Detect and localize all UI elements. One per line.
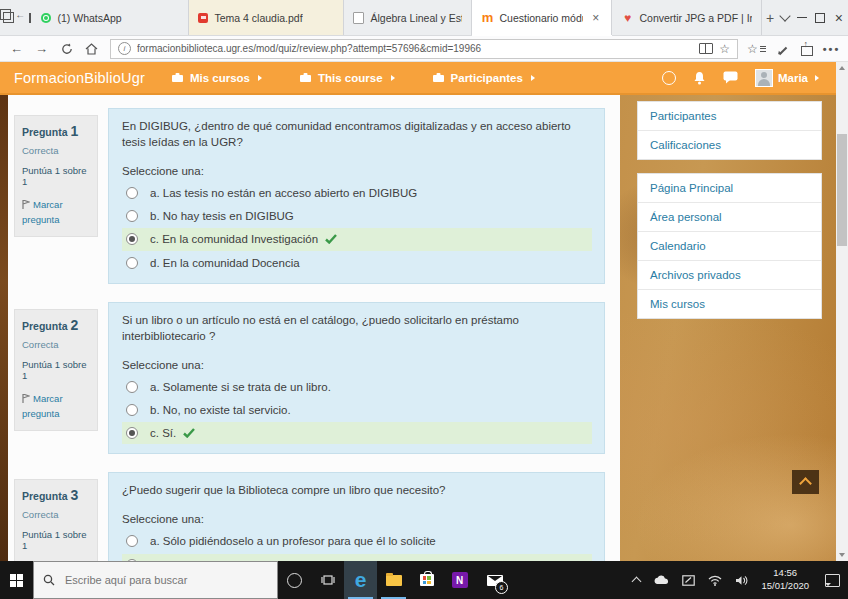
hidden-icons-chevron[interactable] [632,577,642,587]
answer-option[interactable]: c. Sí. [122,422,592,444]
close-button[interactable]: × [830,0,848,35]
answer-prompt: Seleccione una: [122,163,592,179]
moodle-navbar: FormacionBiblioUgr Mis cursos This cours… [0,62,836,95]
tab-close-icon[interactable]: × [589,11,602,25]
flag-question-link[interactable]: Marcar pregunta [22,197,90,227]
answer-option[interactable]: a. Las tesis no están en acceso abierto … [122,182,592,204]
sidebar-link[interactable]: Calificaciones [638,130,821,159]
site-info-icon[interactable]: i [118,42,131,55]
browser-tab[interactable]: (1) WhatsApp × [32,0,189,35]
tab-dropdown-button[interactable] [778,0,793,35]
volume-icon[interactable] [735,575,748,586]
flag-question-link[interactable]: Marcar pregunta [22,391,90,421]
navbar-menu-item[interactable]: This course [299,72,398,84]
new-tab-button[interactable]: + [762,0,777,35]
minimize-button[interactable] [793,0,811,35]
taskbar-search-box[interactable] [33,561,278,599]
user-avatar [755,69,773,87]
sidebar-link[interactable]: Área personal [638,202,821,231]
home-icon[interactable] [79,43,104,55]
sidebar-link[interactable]: Mis cursos [638,289,821,318]
sidebar-link-label: Archivos privados [650,269,741,281]
navbar-menu: Mis cursos This course Participantes [171,72,572,84]
answer-option[interactable]: a. Solamente si se trata de un libro. [122,376,592,398]
action-center-icon[interactable] [825,574,840,587]
browser-scrollbar[interactable] [836,62,848,561]
radio-button[interactable] [126,535,138,547]
radio-button[interactable] [126,233,138,245]
scrollbar-thumb[interactable] [837,134,847,246]
sidebar-link[interactable]: Página Principal [638,174,821,202]
sidebar-link[interactable]: Archivos privados [638,260,821,289]
radio-button[interactable] [126,187,138,199]
radio-button[interactable] [126,404,138,416]
radio-button[interactable] [126,210,138,222]
file-explorer-button[interactable] [377,561,410,599]
search-icon[interactable] [662,71,676,85]
navbar-menu-item[interactable]: Participantes [432,72,538,84]
tab-title: Convertir JPG a PDF | In [639,12,752,24]
navbar-menu-item[interactable]: Mis cursos [171,72,265,84]
sidebar-link[interactable]: Participantes [638,102,821,130]
onenote-button[interactable]: N [443,561,476,599]
url-text[interactable]: formacionbiblioteca.ugr.es/mod/quiz/revi… [137,43,693,54]
notifications-bell-icon[interactable] [693,71,706,85]
mail-button[interactable]: 6 [476,561,514,599]
annotate-pen-icon[interactable] [769,43,794,55]
chevron-right-icon [531,75,538,81]
radio-button[interactable] [126,427,138,439]
scroll-up-arrow[interactable] [836,62,848,74]
store-button[interactable] [410,561,443,599]
question-body: Si un libro o un artículo no está en el … [108,302,605,455]
tab-preview-icon[interactable] [0,0,16,35]
task-view-button[interactable] [311,561,344,599]
site-brand[interactable]: FormacionBiblioUgr [14,70,145,86]
taskbar-clock[interactable]: 14:56 15/01/2020 [761,567,809,593]
tab-icon [41,13,51,23]
hub-favorites-icon[interactable]: ☆ [744,43,769,55]
sidebar-link-label: Mis cursos [650,298,705,310]
restore-button[interactable] [811,0,829,35]
radio-button[interactable] [126,257,138,269]
address-bar[interactable]: i formacionbiblioteca.ugr.es/mod/quiz/re… [110,39,738,59]
favorite-star-icon[interactable]: ☆ [719,43,730,55]
sidebar-link[interactable]: Calendario [638,231,821,260]
answer-option[interactable]: b. Sí, a través del buzón de sugerencias… [122,554,592,562]
back-icon[interactable]: ← [4,41,29,56]
answer-option[interactable]: d. En la comunidad Docencia [122,252,592,274]
browser-tab[interactable]: Álgebra Lineal y Estruct × [344,0,472,35]
browser-tab[interactable]: Cuestionario módu × [472,0,612,35]
back-to-top-button[interactable] [792,470,819,494]
ink-workspace-icon[interactable] [682,575,695,586]
edge-taskbar-button[interactable]: e [344,561,377,599]
more-options-icon[interactable]: ••• [819,43,844,55]
refresh-icon[interactable] [54,43,79,55]
tab-title: (1) WhatsApp [57,12,121,24]
onedrive-cloud-icon[interactable] [653,575,669,585]
messages-icon[interactable] [723,71,738,84]
question-text: Si un libro o un artículo no está en el … [122,312,592,344]
browser-tab[interactable]: Tema 4 claudia.pdf × [189,0,344,35]
scroll-down-arrow[interactable] [836,549,848,561]
answer-option[interactable]: b. No hay tesis en DIGIBUG [122,205,592,227]
answer-option[interactable]: a. Sólo pidiéndoselo a un profesor para … [122,530,592,552]
navbar-right: Maria [662,69,822,87]
set-tabs-aside-icon[interactable] [16,0,32,35]
browser-tab[interactable]: Convertir JPG a PDF | In × [612,0,762,35]
answer-option[interactable]: c. En la comunidad Investigación [122,228,592,250]
search-input[interactable] [63,573,268,587]
wifi-icon[interactable] [708,575,722,586]
radio-button[interactable] [126,381,138,393]
menu-item-icon [299,72,312,83]
flag-icon [22,394,30,403]
share-icon[interactable] [794,42,819,56]
start-button[interactable] [0,561,33,599]
cortana-button[interactable] [278,561,311,599]
question-body: En DIGIBUG, ¿dentro de qué comunidad enc… [108,108,605,284]
forward-icon[interactable]: → [29,41,54,56]
answer-option[interactable]: b. No, no existe tal servicio. [122,399,592,421]
clock-date: 15/01/2020 [761,580,809,593]
user-menu[interactable]: Maria [755,69,822,87]
reading-view-icon[interactable] [699,43,713,54]
question-points: Puntúa 1 sobre 1 [22,165,90,187]
